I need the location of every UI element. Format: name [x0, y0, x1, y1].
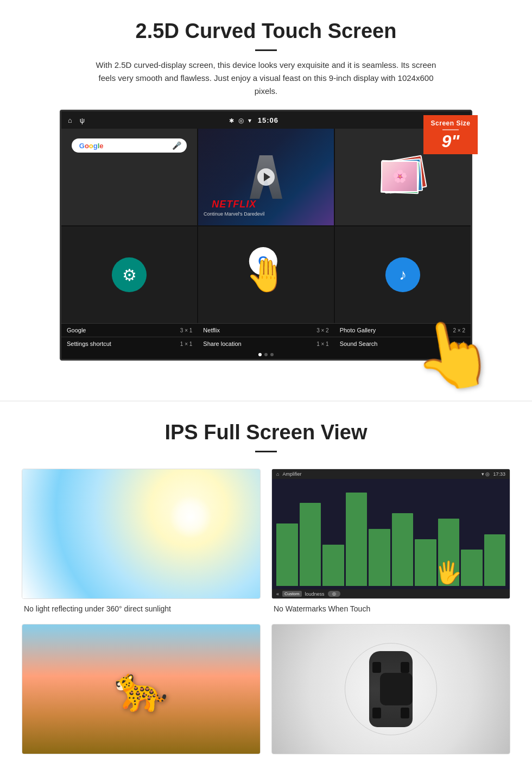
amp-bar-9 — [461, 550, 483, 586]
amp-time: 17:33 — [493, 471, 505, 477]
cheetah-emoji: 🐆 — [114, 664, 168, 715]
music-note-icon: ♪ — [399, 266, 407, 283]
hand-emoji: 🤚 — [246, 256, 287, 294]
settings-label-cell: Settings shortcut 1 × 1 — [61, 337, 198, 350]
amp-body — [272, 479, 510, 589]
flower-photo: 🌸 — [381, 161, 418, 192]
sun-flare — [169, 495, 212, 539]
netflix-size: 3 × 2 — [316, 327, 329, 333]
microphone-icon[interactable]: 🎤 — [172, 141, 181, 150]
amp-prev-icon: « — [276, 591, 279, 597]
amp-icons: ▾ ◎ — [482, 471, 490, 477]
feature-sunlight: No light reflecting under 360° direct su… — [22, 469, 261, 613]
feature-amplifier: ⌂ Amplifier ▾ ◎ 17:33 — [271, 469, 510, 613]
dot-3 — [270, 353, 274, 356]
settings-app-cell[interactable]: ⚙ — [61, 226, 197, 323]
car-image — [271, 624, 510, 754]
pointing-hand-overlay: 👆 — [407, 310, 500, 400]
car-visual — [272, 624, 510, 754]
section-ips: IPS Full Screen View No light reflecting… — [0, 401, 532, 757]
sunlight-caption: No light reflecting under 360° direct su… — [22, 604, 261, 613]
section2-divider — [255, 451, 277, 452]
badge-divider — [442, 129, 459, 130]
google-label: Google — [67, 327, 86, 333]
netflix-subtitle: Continue Marvel's Daredevil — [204, 211, 264, 217]
feature-cheetah: 🐆 Super Fast Response — [22, 624, 261, 757]
car-top-view — [364, 646, 418, 733]
time-display: 15:06 — [258, 116, 278, 124]
app-grid: Google 🎤 NETFLIX Continue Marvel's Dared… — [61, 129, 471, 323]
sound-icon-circle: ♪ — [385, 257, 420, 292]
netflix-app-cell[interactable]: NETFLIX Continue Marvel's Daredevil — [198, 129, 334, 225]
sound-label: Sound Search — [340, 340, 378, 347]
wheel-front-right — [401, 662, 409, 673]
amp-bar-6 — [392, 513, 414, 586]
wifi-icon: ▾ — [248, 117, 252, 124]
device-wrapper: Screen Size 9" ⌂ ψ ✱ ◎ ▾ 15:06 ⊡ ◁) — [60, 110, 472, 361]
dot-1 — [258, 353, 262, 356]
share-location-cell[interactable]: G 🤚 — [198, 226, 334, 323]
amp-toggle[interactable]: ◎ — [328, 591, 340, 597]
netflix-label: Netflix — [203, 327, 220, 333]
home-icon[interactable]: ⌂ — [68, 116, 72, 124]
badge-size: 9" — [429, 133, 472, 150]
sunlight-image — [22, 469, 261, 599]
amplifier-image: ⌂ Amplifier ▾ ◎ 17:33 — [271, 469, 510, 599]
wheel-rear-right — [401, 708, 409, 718]
location-icon: ◎ — [238, 117, 244, 124]
wheel-rear-left — [372, 708, 381, 718]
netflix-play-button[interactable] — [257, 168, 275, 186]
car-body — [369, 651, 413, 727]
sunlight-visual — [22, 469, 260, 598]
amplifier-visual: ⌂ Amplifier ▾ ◎ 17:33 — [272, 469, 510, 598]
gear-icon: ⚙ — [122, 266, 137, 285]
section1-title: 2.5D Curved Touch Screen — [33, 20, 499, 43]
sound-search-cell[interactable]: ♪ — [335, 226, 471, 323]
amp-hand-emoji: 🖐 — [435, 560, 462, 585]
section-curved-screen: 2.5D Curved Touch Screen With 2.5D curve… — [0, 0, 532, 374]
settings-size: 1 × 1 — [180, 341, 193, 347]
feature-grid: No light reflecting under 360° direct su… — [22, 469, 510, 757]
amp-loudness: loudness — [305, 591, 325, 597]
dots-indicator — [61, 350, 471, 359]
photo-label: Photo Gallery — [340, 327, 376, 333]
settings-icon-wrapper: ⚙ — [112, 257, 147, 292]
cheetah-visual: 🐆 — [22, 624, 260, 754]
amp-header: ⌂ Amplifier ▾ ◎ 17:33 — [272, 469, 510, 479]
google-app-cell[interactable]: Google 🎤 — [61, 129, 197, 225]
badge-title: Screen Size — [429, 119, 472, 127]
settings-label: Settings shortcut — [67, 340, 111, 347]
section2-title: IPS Full Screen View — [22, 421, 510, 444]
status-bar-center: ✱ ◎ ▾ 15:06 — [229, 116, 278, 124]
bluetooth-icon: ✱ — [229, 117, 235, 124]
usb-icon: ψ — [80, 116, 85, 124]
amp-bar-1 — [276, 523, 298, 586]
feature-car: Large Viewing Angle — [271, 624, 510, 757]
google-label-cell: Google 3 × 1 — [61, 324, 198, 337]
status-bar: ⌂ ψ ✱ ◎ ▾ 15:06 ⊡ ◁) ⊠ ⬜ — [61, 111, 471, 129]
google-size: 3 × 1 — [180, 327, 193, 333]
screen-size-badge: Screen Size 9" — [423, 115, 478, 154]
status-bar-left: ⌂ ψ — [68, 116, 85, 124]
section1-divider — [255, 49, 277, 51]
car-roof — [380, 673, 413, 705]
share-label-cell: Share location 1 × 1 — [198, 337, 334, 350]
google-search-bar[interactable]: Google 🎤 — [72, 138, 187, 153]
amp-title: Amplifier — [282, 471, 301, 477]
amp-home-icon: ⌂ — [276, 471, 279, 477]
amp-bar-10 — [484, 534, 506, 586]
netflix-info: NETFLIX Continue Marvel's Daredevil — [204, 199, 264, 217]
netflix-logo: NETFLIX — [204, 199, 264, 210]
share-label: Share location — [203, 340, 241, 347]
netflix-label-cell: Netflix 3 × 2 — [198, 324, 334, 337]
section1-description: With 2.5D curved-display screen, this de… — [92, 59, 440, 98]
amp-bar-2 — [300, 503, 321, 586]
amp-bar-4 — [346, 493, 368, 586]
dot-2 — [264, 353, 268, 356]
amp-bar-7 — [415, 539, 436, 586]
amplifier-caption: No Watermarks When Touch — [271, 604, 510, 613]
car-container — [342, 640, 440, 738]
google-logo: Google — [79, 142, 104, 150]
custom-button[interactable]: Custom — [282, 591, 302, 597]
share-size: 1 × 1 — [316, 341, 329, 347]
